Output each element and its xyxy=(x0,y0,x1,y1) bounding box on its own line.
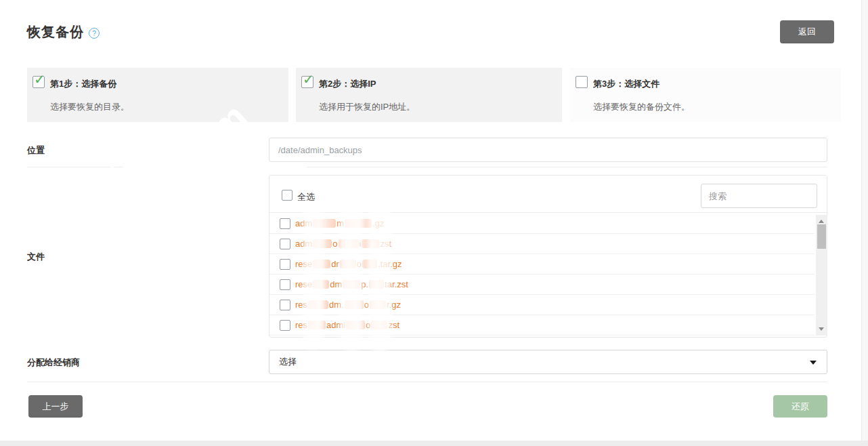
file-row: resedro.tar.gz xyxy=(269,254,815,275)
help-icon[interactable]: ? xyxy=(89,28,100,39)
file-checkbox[interactable] xyxy=(280,239,290,249)
redacted-text xyxy=(340,260,356,268)
page-bottom-bar xyxy=(0,441,868,446)
step3-checkbox[interactable] xyxy=(576,76,588,88)
step1-checkbox[interactable] xyxy=(32,76,45,88)
file-checkbox[interactable] xyxy=(280,259,290,270)
search-input[interactable] xyxy=(701,184,817,208)
step-panel-2: 第2步：选择IP 选择用于恢复的IP地址。 xyxy=(296,68,562,122)
file-row: admoizst xyxy=(269,234,815,254)
divider xyxy=(27,167,110,167)
file-link[interactable]: resedmp.tar.zst xyxy=(295,275,408,295)
file-panel: 全选 admm.gzadmoizstresedro.tar.gzresedmp.… xyxy=(269,175,827,338)
file-list: admm.gzadmoizstresedro.tar.gzresedmp.tar… xyxy=(269,214,815,336)
redacted-text xyxy=(339,239,359,248)
file-row: resdm.or.gz xyxy=(269,295,815,315)
files-label: 文件 xyxy=(27,251,45,263)
caret-down-icon xyxy=(810,361,817,365)
step-panel-3: 第3步：选择文件 选择要恢复的备份文件。 xyxy=(570,68,841,122)
file-row: resedmp.tar.zst xyxy=(269,275,815,295)
redacted-text xyxy=(371,321,387,329)
page-title: 恢复备份 xyxy=(27,23,84,41)
redacted-text xyxy=(345,219,372,228)
step2-checkbox[interactable] xyxy=(301,76,313,88)
back-button[interactable]: 返回 xyxy=(780,20,834,43)
step3-label: 第3步：选择文件 xyxy=(593,78,659,90)
restore-backup-page: 恢复备份 ? 返回 第1步：选择备份 选择要恢复的目录。 第2步：选择IP 选择… xyxy=(0,0,868,446)
file-list-scrollbar[interactable] xyxy=(816,215,827,336)
file-row: resadmiozst xyxy=(269,315,815,336)
divider xyxy=(27,382,827,382)
redacted-text xyxy=(313,239,332,248)
redacted-text xyxy=(346,321,365,329)
redacted-text xyxy=(362,239,379,248)
select-all-checkbox[interactable] xyxy=(282,190,292,201)
reseller-select-value: 选择 xyxy=(279,350,297,373)
file-checkbox[interactable] xyxy=(280,300,290,310)
scroll-up-icon[interactable] xyxy=(819,220,824,223)
step1-label: 第1步：选择备份 xyxy=(50,78,116,90)
file-link[interactable]: resadmiozst xyxy=(295,315,399,336)
redacted-text xyxy=(370,300,386,309)
redacted-text xyxy=(369,280,384,289)
file-link[interactable]: resedro.tar.gz xyxy=(295,254,402,275)
reseller-label: 分配给经销商 xyxy=(27,357,80,369)
file-link[interactable]: resdm.or.gz xyxy=(295,295,401,315)
step1-description: 选择要恢复的目录。 xyxy=(50,101,129,113)
redacted-text xyxy=(313,260,330,268)
page-right-gutter xyxy=(861,0,868,446)
reseller-select[interactable]: 选择 xyxy=(269,350,827,374)
divider xyxy=(114,167,123,167)
file-link[interactable]: admoizst xyxy=(295,234,391,254)
location-label: 位置 xyxy=(27,144,45,157)
step3-description: 选择要恢复的备份文件。 xyxy=(593,101,690,113)
previous-step-button[interactable]: 上一步 xyxy=(28,395,83,418)
file-row: admm.gz xyxy=(269,214,815,234)
redacted-text xyxy=(308,300,328,309)
step2-label: 第2步：选择IP xyxy=(319,78,376,90)
redacted-text xyxy=(362,260,377,268)
location-input[interactable] xyxy=(269,138,827,162)
file-panel-header: 全选 xyxy=(269,176,827,213)
redacted-text xyxy=(343,280,360,289)
select-all-label: 全选 xyxy=(297,191,315,203)
file-checkbox[interactable] xyxy=(280,320,290,331)
file-checkbox[interactable] xyxy=(280,218,290,229)
divider xyxy=(307,167,827,167)
scroll-down-icon[interactable] xyxy=(819,327,824,331)
redacted-text xyxy=(308,321,326,329)
step2-description: 选择用于恢复的IP地址。 xyxy=(319,101,415,113)
redacted-text xyxy=(313,219,336,228)
restore-button[interactable]: 还原 xyxy=(773,395,827,418)
file-checkbox[interactable] xyxy=(280,279,290,290)
scrollbar-thumb[interactable] xyxy=(817,224,826,249)
file-link[interactable]: admm.gz xyxy=(295,214,384,234)
redacted-text xyxy=(345,300,364,309)
step-panel-1: 第1步：选择备份 选择要恢复的目录。 xyxy=(27,68,288,122)
redacted-text xyxy=(313,280,329,289)
